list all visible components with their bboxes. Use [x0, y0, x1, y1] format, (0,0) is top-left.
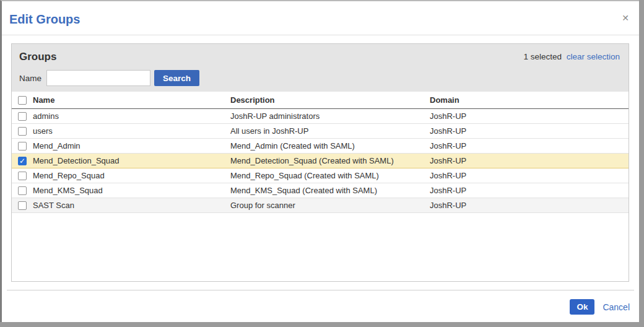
footer-divider [7, 290, 634, 290]
cell-description: All users in JoshR-UP [230, 123, 430, 138]
cell-name: SAST Scan [33, 198, 230, 212]
panel-header: Groups 1 selected clear selection Name S… [12, 44, 629, 92]
table-row[interactable]: Mend_Detection_SquadMend_Detection_Squad… [12, 153, 629, 168]
table-row[interactable]: usersAll users in JoshR-UPJoshR-UP [12, 123, 629, 138]
table-body: adminsJoshR-UP administratorsJoshR-UPuse… [12, 108, 629, 212]
page-title: Edit Groups [2, 1, 639, 27]
window-frame: Edit Groups ✕ Groups 1 selected clear se… [0, 0, 644, 327]
cell-name: admins [33, 108, 230, 123]
groups-panel: Groups 1 selected clear selection Name S… [11, 43, 629, 282]
groups-table: Name Description Domain adminsJoshR-UP a… [12, 92, 629, 213]
cell-domain: JoshR-UP [430, 198, 629, 212]
search-button[interactable]: Search [154, 70, 199, 86]
cancel-link[interactable]: Cancel [603, 302, 630, 312]
row-checkbox[interactable] [18, 142, 27, 150]
cell-name: Mend_KMS_Squad [33, 183, 230, 198]
table-row[interactable]: Mend_KMS_SquadMend_KMS_Squad (Created wi… [12, 183, 629, 198]
row-checkbox[interactable] [18, 172, 27, 180]
cell-description: Mend_Repo_Squad (Created with SAML) [230, 168, 430, 183]
row-checkbox[interactable] [18, 157, 27, 165]
table-header-row: Name Description Domain [12, 92, 629, 108]
cell-name: Mend_Repo_Squad [33, 168, 230, 183]
dialog-header: Edit Groups ✕ [2, 1, 639, 35]
ok-button[interactable]: Ok [570, 299, 594, 315]
cell-name: Mend_Admin [33, 138, 230, 153]
selected-count: 1 selected [523, 52, 562, 61]
cell-domain: JoshR-UP [430, 138, 629, 153]
row-checkbox[interactable] [18, 112, 27, 121]
close-icon[interactable]: ✕ [622, 14, 629, 22]
cell-domain: JoshR-UP [430, 183, 629, 198]
column-header-description: Description [230, 92, 430, 108]
name-label: Name [19, 74, 41, 83]
cell-description: JoshR-UP administrators [230, 108, 430, 123]
cell-domain: JoshR-UP [430, 153, 629, 168]
dialog-footer: Ok Cancel [570, 299, 630, 315]
cell-name: Mend_Detection_Squad [33, 153, 230, 168]
table-row[interactable]: adminsJoshR-UP administratorsJoshR-UP [12, 108, 629, 123]
table-row[interactable]: SAST ScanGroup for scannerJoshR-UP [12, 198, 629, 212]
table-row[interactable]: Mend_AdminMend_Admin (Created with SAML)… [12, 138, 629, 153]
select-all-checkbox[interactable] [18, 96, 27, 105]
selection-info: 1 selected clear selection [523, 52, 620, 61]
clear-selection-link[interactable]: clear selection [567, 52, 620, 61]
cell-domain: JoshR-UP [430, 168, 629, 183]
cell-description: Mend_Admin (Created with SAML) [230, 138, 430, 153]
cell-description: Mend_Detection_Squad (Created with SAML) [230, 153, 430, 168]
row-checkbox[interactable] [18, 186, 27, 195]
search-row: Name Search [19, 70, 620, 86]
cell-description: Mend_KMS_Squad (Created with SAML) [230, 183, 430, 198]
search-input[interactable] [46, 70, 150, 86]
cell-domain: JoshR-UP [430, 108, 629, 123]
cell-description: Group for scanner [230, 198, 430, 212]
cell-name: users [33, 123, 230, 138]
table-row[interactable]: Mend_Repo_SquadMend_Repo_Squad (Created … [12, 168, 629, 183]
column-header-name: Name [33, 92, 230, 108]
edit-groups-dialog: Edit Groups ✕ Groups 1 selected clear se… [0, 0, 639, 322]
row-checkbox[interactable] [18, 201, 27, 210]
column-header-domain: Domain [430, 92, 629, 108]
cell-domain: JoshR-UP [430, 123, 629, 138]
row-checkbox[interactable] [18, 127, 27, 136]
